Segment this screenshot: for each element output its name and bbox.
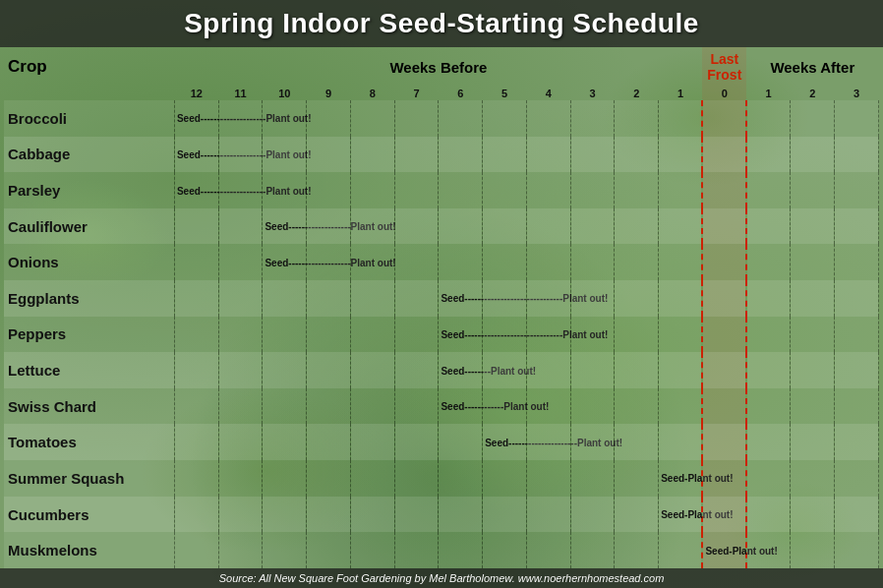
main-title: Spring Indoor Seed-Starting Schedule [0,8,883,39]
week-cell-16 [835,172,879,208]
week-cell-12 [659,424,703,460]
week-cell-16 [835,424,879,460]
week-cell-11 [615,208,659,245]
week-cell-8 [483,460,527,497]
week-cell-6 [394,424,439,460]
week-cell-12 [659,208,703,245]
week-cell-5 [350,317,394,353]
weeks-after-header: Weeks After [746,47,878,87]
week-cell-14 [746,244,791,280]
week-cell-1: Seed--------------------Plant out! [174,172,218,208]
week-cell-12: Seed-Plant out! [659,497,703,533]
week-cell-9 [526,137,570,173]
crop-name: Onions [4,244,174,280]
week-cell-5 [350,460,394,497]
week-cell-11 [615,532,659,568]
week-cell-15 [791,460,835,497]
week-cell-4 [307,424,351,460]
week-cell-6 [394,532,439,568]
week-cell-10 [570,137,615,173]
week-cell-6 [394,137,439,173]
week-10: 10 [263,87,307,100]
week-5: 5 [483,87,527,100]
week-cell-7 [439,532,483,568]
week-cell-3 [263,137,307,173]
week-cell-14 [746,460,791,497]
week-cell-12: Seed-Plant out! [659,460,703,497]
week-cell-15 [791,280,835,317]
week-cell-16 [835,497,879,533]
week-cell-14 [746,317,791,353]
week-cell-2 [218,172,263,208]
week-num-crop-cell [4,87,174,100]
week-cell-13 [702,172,746,208]
week-cell-5 [350,172,394,208]
week-cell-11 [615,424,659,460]
week-cell-2 [218,424,263,460]
week-cell-1 [174,244,218,280]
crop-name: Summer Squash [4,460,174,497]
week-cell-2 [218,208,263,245]
week-cell-16 [835,208,879,245]
week-cell-15 [791,352,835,388]
table-row: MuskmelonsSeed-Plant out! [4,532,879,568]
schedule-table: Crop Weeks Before Last Frost Weeks After… [4,47,879,568]
week-cell-6 [394,280,439,317]
week-cell-12 [659,317,703,353]
week-cell-6 [394,460,439,497]
week-cell-7: Seed------------------------------Plant … [439,317,483,353]
week-cell-2 [218,497,263,533]
week-cell-9 [526,244,570,280]
week-cell-3 [263,424,307,460]
week-cell-8 [483,532,527,568]
week-cell-9 [526,100,570,137]
week-cell-3: Seed-------------------Plant out! [263,244,307,280]
week-cell-5 [350,137,394,173]
week-cell-15 [791,424,835,460]
crop-name: Broccoli [4,100,174,137]
week-cell-16 [835,352,879,388]
week-cell-15 [791,208,835,245]
week-cell-4 [307,497,351,533]
week-cell-7 [439,172,483,208]
week-cell-4 [307,172,351,208]
week-cell-6 [394,208,439,245]
week-cell-15 [791,172,835,208]
week-cell-5 [350,532,394,568]
week-cell-1: Seed--------------------Plant out! [174,137,218,173]
week-cell-10 [570,172,615,208]
crop-name: Swiss Chard [4,388,174,425]
week-cell-6 [394,388,439,425]
week-cell-4 [307,280,351,317]
week-cell-8 [483,100,527,137]
week-11: 11 [218,87,263,100]
week-cell-8 [483,280,527,317]
week-cell-9 [526,352,570,388]
week-cell-3 [263,280,307,317]
week-cell-10 [570,532,615,568]
week-cell-6 [394,352,439,388]
week-cell-13 [702,244,746,280]
week-6: 6 [439,87,483,100]
week-cell-2 [218,280,263,317]
table-row: LettuceSeed--------Plant out! [4,352,879,388]
week-cell-13: Seed-Plant out! [702,532,746,568]
crop-name: Tomatoes [4,424,174,460]
week-cell-5 [350,388,394,425]
week-cell-2 [218,100,263,137]
week-cell-1 [174,352,218,388]
week-4: 4 [526,87,570,100]
week-cell-7 [439,497,483,533]
week-cell-16 [835,280,879,317]
week-cell-7 [439,208,483,245]
week-cell-8: Seed---------------------Plant out! [483,424,527,460]
week-cell-9 [526,388,570,425]
week-cell-12 [659,532,703,568]
week-2: 2 [615,87,659,100]
week-cell-5 [350,497,394,533]
column-headers: Crop Weeks Before Last Frost Weeks After [4,47,879,87]
week-cell-7 [439,137,483,173]
week-cell-4 [307,137,351,173]
week-cell-13 [702,317,746,353]
table-row: CucumbersSeed-Plant out! [4,497,879,533]
